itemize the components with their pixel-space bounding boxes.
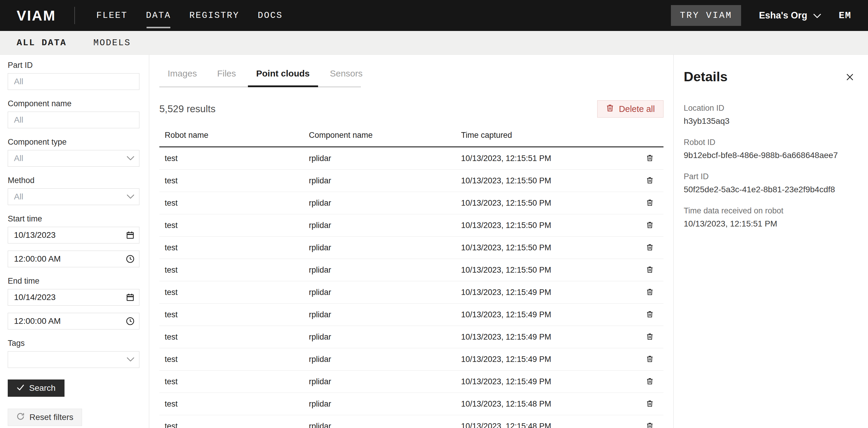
tags-select[interactable] xyxy=(8,351,140,368)
table-row[interactable]: test rplidar 10/13/2023, 12:15:49 PM xyxy=(159,371,663,393)
table-row[interactable]: test rplidar 10/13/2023, 12:15:49 PM xyxy=(159,326,663,348)
component-name-input[interactable] xyxy=(8,112,140,128)
point-clouds-table: Robot name Component name Time captured … xyxy=(159,131,663,428)
nav-item-registry[interactable]: REGISTRY xyxy=(189,7,239,24)
trash-icon xyxy=(606,104,614,114)
delete-row-button[interactable] xyxy=(644,353,655,366)
component-name-label: Component name xyxy=(8,99,139,108)
trash-icon xyxy=(646,377,654,386)
viam-logo: VIAM xyxy=(17,7,56,24)
data-section-tabs: ALL DATA MODELS xyxy=(0,31,868,55)
topbar-divider xyxy=(74,7,75,24)
trash-icon xyxy=(646,154,654,163)
delete-row-button[interactable] xyxy=(644,309,655,321)
component-type-label: Component type xyxy=(8,138,139,147)
cell-robot-name: test xyxy=(159,422,309,428)
cell-robot-name: test xyxy=(159,221,309,230)
table-body: test rplidar 10/13/2023, 12:15:51 PM tes… xyxy=(159,147,663,428)
cell-component-name: rplidar xyxy=(309,154,461,163)
end-time-input[interactable] xyxy=(8,313,140,330)
tab-point-clouds[interactable]: Point clouds xyxy=(248,68,318,87)
end-date-input[interactable] xyxy=(8,289,140,306)
delete-row-button[interactable] xyxy=(644,219,655,232)
nav-item-docs[interactable]: DOCS xyxy=(258,7,283,24)
org-switcher[interactable]: Esha's Org xyxy=(759,10,821,21)
table-row[interactable]: test rplidar 10/13/2023, 12:15:51 PM xyxy=(159,147,663,170)
robot-id-value: 9b12ebcf-bfe8-486e-988b-6a668648aee7 xyxy=(684,151,856,160)
table-row[interactable]: test rplidar 10/13/2023, 12:15:49 PM xyxy=(159,348,663,371)
method-label: Method xyxy=(8,176,139,185)
cell-robot-name: test xyxy=(159,243,309,252)
trash-icon xyxy=(646,288,654,297)
nav-item-fleet[interactable]: FLEET xyxy=(96,7,127,24)
table-row[interactable]: test rplidar 10/13/2023, 12:15:50 PM xyxy=(159,192,663,214)
delete-row-button[interactable] xyxy=(644,376,655,388)
start-time-input[interactable] xyxy=(8,251,140,267)
cell-time-captured: 10/13/2023, 12:15:50 PM xyxy=(461,243,636,252)
column-robot-name: Robot name xyxy=(159,131,309,140)
part-id-input[interactable] xyxy=(8,73,140,90)
close-icon xyxy=(845,72,855,83)
table-row[interactable]: test rplidar 10/13/2023, 12:15:49 PM xyxy=(159,281,663,304)
component-type-select[interactable]: All xyxy=(8,150,140,167)
tab-sensors[interactable]: Sensors xyxy=(322,68,371,87)
cell-component-name: rplidar xyxy=(309,310,461,319)
cell-component-name: rplidar xyxy=(309,422,461,428)
tags-label: Tags xyxy=(8,339,139,348)
cell-robot-name: test xyxy=(159,199,309,208)
table-row[interactable]: test rplidar 10/13/2023, 12:15:48 PM xyxy=(159,393,663,415)
cell-time-captured: 10/13/2023, 12:15:49 PM xyxy=(461,333,636,342)
table-row[interactable]: test rplidar 10/13/2023, 12:15:49 PM xyxy=(159,304,663,326)
cell-time-captured: 10/13/2023, 12:15:50 PM xyxy=(461,199,636,208)
location-id-label: Location ID xyxy=(684,104,856,113)
nav-item-data[interactable]: DATA xyxy=(146,7,171,24)
chevron-down-icon xyxy=(127,156,134,161)
start-date-input[interactable] xyxy=(8,227,140,244)
delete-row-button[interactable] xyxy=(644,398,655,410)
close-details-button[interactable] xyxy=(844,71,856,84)
table-row[interactable]: test rplidar 10/13/2023, 12:15:50 PM xyxy=(159,214,663,237)
delete-row-button[interactable] xyxy=(644,286,655,298)
reset-filters-button[interactable]: Reset filters xyxy=(8,409,82,426)
table-row[interactable]: test rplidar 10/13/2023, 12:15:50 PM xyxy=(159,170,663,192)
cell-robot-name: test xyxy=(159,154,309,163)
cell-robot-name: test xyxy=(159,288,309,297)
tab-files[interactable]: Files xyxy=(209,68,244,87)
tab-all-data[interactable]: ALL DATA xyxy=(17,38,67,48)
method-select[interactable]: All xyxy=(8,189,140,205)
search-button[interactable]: Search xyxy=(8,379,64,397)
delete-all-button[interactable]: Delete all xyxy=(597,100,663,118)
cell-time-captured: 10/13/2023, 12:15:49 PM xyxy=(461,288,636,297)
column-time-captured: Time captured xyxy=(461,131,636,140)
table-row[interactable]: test rplidar 10/13/2023, 12:15:50 PM xyxy=(159,259,663,281)
cell-robot-name: test xyxy=(159,377,309,386)
table-row[interactable]: test rplidar 10/13/2023, 12:15:50 PM xyxy=(159,237,663,259)
delete-row-button[interactable] xyxy=(644,420,655,428)
cell-robot-name: test xyxy=(159,310,309,319)
delete-row-button[interactable] xyxy=(644,331,655,343)
details-panel: Details Location ID h3yb135aq3 Robot ID … xyxy=(673,55,868,428)
cell-time-captured: 10/13/2023, 12:15:48 PM xyxy=(461,422,636,428)
delete-row-button[interactable] xyxy=(644,242,655,254)
trash-icon xyxy=(646,310,654,319)
trash-icon xyxy=(646,221,654,230)
table-row[interactable]: test rplidar 10/13/2023, 12:15:48 PM xyxy=(159,415,663,428)
cell-component-name: rplidar xyxy=(309,243,461,252)
delete-row-button[interactable] xyxy=(644,264,655,276)
try-viam-button[interactable]: TRY VIAM xyxy=(671,5,741,26)
delete-row-button[interactable] xyxy=(644,197,655,209)
delete-row-button[interactable] xyxy=(644,175,655,187)
trash-icon xyxy=(646,266,654,275)
org-name: Esha's Org xyxy=(759,10,807,21)
cell-robot-name: test xyxy=(159,355,309,364)
tab-models[interactable]: MODELS xyxy=(93,38,131,48)
delete-row-button[interactable] xyxy=(644,152,655,165)
check-icon xyxy=(17,383,24,393)
tab-images[interactable]: Images xyxy=(159,68,205,87)
cell-component-name: rplidar xyxy=(309,355,461,364)
user-initials-button[interactable]: EM xyxy=(839,10,854,21)
refresh-icon xyxy=(17,412,25,423)
cell-time-captured: 10/13/2023, 12:15:49 PM xyxy=(461,377,636,386)
trash-icon xyxy=(646,199,654,207)
cell-component-name: rplidar xyxy=(309,288,461,297)
